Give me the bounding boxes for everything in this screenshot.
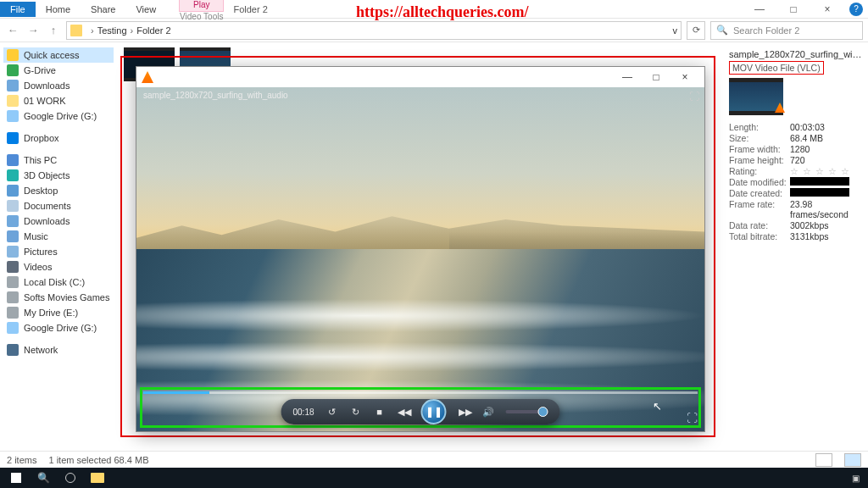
sidebar-3dobjects[interactable]: 3D Objects [3, 168, 114, 183]
details-filetype: MOV Video File (VLC) [729, 61, 824, 75]
video-canvas[interactable]: sample_1280x720_surfing_with_audio ⛶ 00:… [136, 87, 704, 431]
taskbar-search[interactable]: 🔍 [31, 469, 56, 486]
ribbon-view[interactable]: View [125, 2, 166, 17]
video-caption: sample_1280x720_surfing_with_audio [143, 91, 288, 100]
ribbon-tool-label: Video Tools [176, 12, 226, 21]
k-rating: Rating: [729, 166, 790, 176]
nav-up[interactable]: ↑ [46, 24, 61, 36]
ribbon-share[interactable]: Share [81, 2, 125, 17]
dropbox-icon [7, 132, 19, 144]
sidebar-gdisk[interactable]: Google Drive (G:) [3, 108, 114, 124]
tray-icon[interactable]: ▣ [847, 474, 865, 483]
sidebar-desktop[interactable]: Desktop [3, 183, 114, 198]
sidebar-music[interactable]: Music [3, 229, 114, 244]
sidebar-gdrive[interactable]: G-Drive [3, 63, 114, 78]
ribbon-home[interactable]: Home [36, 2, 81, 17]
player-maximize[interactable]: □ [642, 71, 670, 83]
k-framewidth: Frame width: [729, 144, 790, 154]
close-button[interactable]: × [810, 3, 844, 15]
v-size: 68.4 MB [790, 133, 863, 143]
status-items: 2 items [7, 455, 36, 465]
k-datarate: Data rate: [729, 220, 790, 230]
folder-icon [7, 95, 19, 107]
folder-icon [70, 25, 82, 36]
redacted [790, 177, 849, 186]
maximize-button[interactable]: □ [776, 3, 810, 15]
sidebar-documents[interactable]: Documents [3, 198, 114, 214]
sidebar-thispc[interactable]: This PC [3, 152, 114, 168]
shuffle-button[interactable]: ↺ [326, 407, 338, 418]
player-minimize[interactable]: — [613, 71, 642, 83]
sidebar-videos[interactable]: Videos [3, 259, 114, 274]
volume-button[interactable]: 🔊 [482, 407, 494, 418]
status-bar: 2 items 1 item selected 68.4 MB [0, 451, 868, 468]
view-thumbs-button[interactable] [844, 453, 861, 467]
sidebar-dropbox[interactable]: Dropbox [3, 130, 114, 146]
v-framerate: 23.98 frames/second [790, 199, 863, 219]
next-button[interactable]: ▶▶ [459, 407, 470, 418]
sidebar-gdisk2[interactable]: Google Drive (G:) [3, 320, 114, 336]
drive-icon [7, 322, 19, 334]
disk-icon [7, 276, 19, 288]
ribbon-play[interactable]: Play [179, 0, 224, 12]
window-title: Folder 2 [233, 4, 267, 14]
previous-button[interactable]: ◀◀ [398, 407, 409, 418]
player-close[interactable]: × [670, 71, 699, 83]
nav-back[interactable]: ← [5, 24, 20, 36]
breadcrumb[interactable]: › Testing › Folder 2 v [66, 21, 682, 40]
sidebar-network[interactable]: Network [3, 342, 114, 358]
pause-button[interactable]: ❚❚ [421, 399, 447, 424]
sidebar-downloads[interactable]: Downloads [3, 78, 114, 93]
download-icon [7, 215, 19, 227]
network-icon [7, 344, 19, 356]
sidebar-mydrive[interactable]: My Drive (E:) [3, 305, 114, 320]
ribbon-file[interactable]: File [0, 2, 36, 17]
redacted [790, 188, 849, 197]
nav-forward[interactable]: → [25, 24, 41, 36]
disk-icon [7, 307, 19, 319]
search-box[interactable]: 🔍 Search Folder 2 [710, 21, 863, 40]
disk-icon [7, 291, 19, 303]
help-button[interactable]: ? [849, 3, 863, 16]
sidebar-pictures[interactable]: Pictures [3, 244, 114, 259]
details-pane: sample_1280x720_surfing_with... MOV Vide… [724, 42, 868, 441]
fullscreen-corner-icon[interactable]: ⛶ [687, 412, 698, 424]
crumb-dropdown[interactable]: v [673, 25, 678, 36]
sidebar-quick-access[interactable]: Quick access [3, 47, 114, 63]
crumb-sep: › [131, 25, 134, 36]
taskbar-cortana[interactable] [58, 469, 83, 486]
overlay-url: https://alltechqueries.com/ [356, 3, 528, 21]
v-datarate: 3002kbps [790, 220, 863, 230]
volume-slider[interactable] [506, 410, 548, 413]
3d-icon [7, 169, 19, 181]
k-size: Size: [729, 133, 790, 143]
stop-button[interactable]: ■ [374, 407, 386, 417]
cursor-icon: ↖ [653, 400, 662, 413]
music-icon [7, 230, 19, 242]
progress-bar[interactable] [143, 391, 698, 394]
crumb-sep: › [91, 25, 94, 36]
nav-sidebar: Quick access G-Drive Downloads 01 WORK G… [0, 42, 117, 441]
minimize-button[interactable]: — [743, 3, 776, 15]
star-icon [7, 49, 19, 61]
k-frameheight: Frame height: [729, 155, 790, 165]
taskbar-explorer[interactable] [85, 469, 110, 486]
v-rating[interactable]: ☆ ☆ ☆ ☆ ☆ [790, 166, 863, 176]
search-placeholder: Search Folder 2 [733, 25, 799, 36]
videos-icon [7, 261, 19, 273]
view-details-button[interactable] [815, 453, 832, 467]
fullscreen-icon[interactable]: ⛶ [689, 91, 699, 103]
start-button[interactable] [3, 469, 29, 486]
time-elapsed: 00:18 [292, 408, 314, 417]
crumb-testing[interactable]: Testing [97, 25, 127, 36]
sidebar-downloads2[interactable]: Downloads [3, 214, 114, 229]
refresh-button[interactable]: ⟳ [687, 21, 705, 40]
taskbar: 🔍 ▣ [0, 468, 868, 488]
sidebar-softs[interactable]: Softs Movies Games [3, 290, 114, 305]
sidebar-localdisk[interactable]: Local Disk (C:) [3, 274, 114, 290]
v-totalbitrate: 3131kbps [790, 231, 863, 241]
gdrive-icon [7, 64, 19, 76]
sidebar-work[interactable]: 01 WORK [3, 93, 114, 108]
repeat-button[interactable]: ↻ [350, 407, 362, 418]
crumb-folder2[interactable]: Folder 2 [136, 25, 170, 36]
